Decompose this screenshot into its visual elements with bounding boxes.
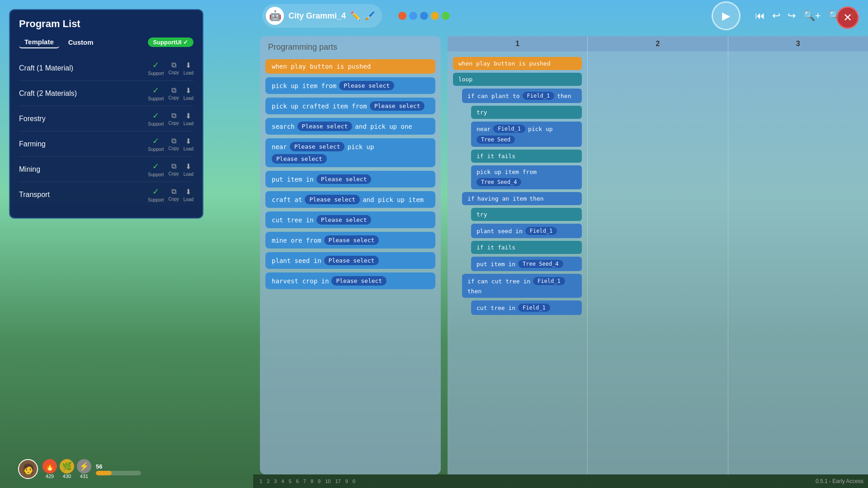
block-pick-crafted[interactable]: pick up crafted item from Please select: [265, 98, 435, 114]
cb-try-2: try: [471, 208, 582, 221]
code-panel-1-header[interactable]: 1: [448, 36, 587, 52]
program-list-panel: Program List Template Custom SupportUI ✓…: [9, 9, 203, 219]
copy-label-forestry: Copy: [168, 121, 179, 126]
close-button[interactable]: ✕: [836, 6, 859, 29]
load-label-mining: Load: [184, 172, 193, 177]
item-actions-forestry: ✓ Support ⧉ Copy ⬇ Load: [148, 111, 193, 127]
blocks-container: when play button is pushed pick up item …: [260, 56, 441, 472]
harvest-crop-select[interactable]: Please select: [331, 276, 387, 286]
load-icon-farming: ⬇: [185, 137, 191, 145]
block-put-item[interactable]: put item in Please select: [265, 171, 435, 188]
code-panel-2: 2: [588, 36, 728, 474]
block-search-text2: and pick up one: [355, 123, 412, 130]
craft-at-select[interactable]: Please select: [305, 195, 360, 204]
fire-icon: 🔥: [42, 459, 57, 474]
cb-put-item-treeseed4: put item in Tree Seed_4: [471, 257, 582, 271]
cb-when-play: when play button is pushed: [453, 57, 582, 70]
play-button[interactable]: ▶: [712, 1, 741, 30]
block-pick-up-item[interactable]: pick up item from Please select: [265, 77, 435, 94]
action-copy-craft1[interactable]: ⧉ Copy: [168, 61, 179, 75]
code-blocks-2: [588, 52, 727, 470]
mine-ore-select[interactable]: Please select: [324, 235, 379, 245]
block-craft-at[interactable]: craft at Please select and pick up item: [265, 191, 435, 208]
pick-crafted-select[interactable]: Please select: [370, 101, 425, 111]
search-select[interactable]: Please select: [297, 122, 353, 131]
action-copy-craft2[interactable]: ⧉ Copy: [168, 86, 179, 100]
item-actions-craft1: ✓ Support ⧉ Copy ⬇ Load: [148, 60, 193, 76]
program-name-craft1: Craft (1 Material): [19, 64, 148, 72]
check-icon-transport: ✓: [152, 187, 159, 197]
action-copy-farming[interactable]: ⧉ Copy: [168, 137, 179, 151]
brush-icon[interactable]: 🖌️: [365, 11, 375, 21]
block-harvest-crop[interactable]: harvest crop in Please select: [265, 272, 435, 289]
block-harvest-crop-text: harvest crop in: [272, 277, 329, 285]
program-item-transport: Transport ✓ Support ⧉ Copy ⬇ Load: [19, 182, 193, 207]
plant-seed-select[interactable]: Please select: [324, 256, 379, 265]
near-select1[interactable]: Please select: [290, 142, 345, 151]
support-label-forestry: Support: [148, 122, 164, 127]
skip-back-icon[interactable]: ⏮: [755, 10, 765, 22]
cut-tree-select[interactable]: Please select: [316, 215, 372, 225]
dot-green[interactable]: [442, 12, 450, 20]
action-load-forestry[interactable]: ⬇ Load: [184, 112, 193, 126]
block-search[interactable]: search Please select and pick up one: [265, 118, 435, 135]
action-load-mining[interactable]: ⬇ Load: [184, 162, 193, 177]
action-support-forestry[interactable]: ✓ Support: [148, 111, 164, 127]
action-load-craft2[interactable]: ⬇ Load: [184, 86, 193, 101]
action-support-transport[interactable]: ✓ Support: [148, 187, 164, 202]
cb-near-field1-pickup: near Field_1 pick up Tree Seed: [471, 122, 582, 147]
code-panel-3-header[interactable]: 3: [728, 36, 868, 52]
program-item-mining: Mining ✓ Support ⧉ Copy ⬇ Load: [19, 157, 193, 182]
block-cut-tree[interactable]: cut tree in Please select: [265, 211, 435, 228]
edit-icon[interactable]: ✏️: [350, 11, 360, 21]
action-load-craft1[interactable]: ⬇ Load: [184, 61, 193, 75]
programming-panel-title: Programming parts: [260, 36, 441, 56]
block-pick-crafted-text: pick up crafted item from: [272, 103, 367, 110]
action-support-craft2[interactable]: ✓ Support: [148, 85, 164, 101]
near-select2[interactable]: Please select: [272, 154, 327, 164]
support-label-farming: Support: [148, 147, 164, 152]
block-plant-seed[interactable]: plant seed in Please select: [265, 252, 435, 269]
check-icon-craft1: ✓: [152, 60, 159, 70]
action-copy-mining[interactable]: ⧉ Copy: [168, 162, 179, 176]
dot-blue2[interactable]: [420, 12, 428, 20]
block-craft-at-text2: and pick up item: [363, 196, 424, 203]
city-icon: 🤖: [266, 7, 284, 25]
block-put-item-text: put item in: [272, 176, 314, 183]
load-icon-craft2: ⬇: [185, 86, 191, 95]
cb-cut-tree-field1: cut tree in Field_1: [471, 300, 582, 315]
tabs-row: Template Custom SupportUI ✓: [19, 36, 193, 48]
cb-if-it-fails-1: if it fails: [471, 150, 582, 163]
action-support-craft1[interactable]: ✓ Support: [148, 60, 164, 76]
copy-label-mining: Copy: [168, 171, 179, 176]
undo-icon[interactable]: ↩: [772, 10, 780, 22]
copy-icon-craft1: ⧉: [171, 61, 176, 69]
load-label-craft1: Load: [184, 70, 193, 75]
block-near[interactable]: near Please select pick up Please select: [265, 138, 435, 167]
copy-label-craft2: Copy: [168, 95, 179, 100]
pick-up-item-select[interactable]: Please select: [339, 81, 394, 90]
zoom-in-icon[interactable]: 🔍+: [803, 10, 821, 22]
block-mine-ore[interactable]: mine ore from Please select: [265, 232, 435, 249]
program-item-farming: Farming ✓ Support ⧉ Copy ⬇ Load: [19, 131, 193, 157]
put-item-select[interactable]: Please select: [316, 174, 372, 184]
copy-icon-transport: ⧉: [171, 188, 176, 196]
code-panel-1: 1 when play button is pushed loop if can…: [448, 36, 588, 474]
code-panel-2-header[interactable]: 2: [588, 36, 727, 52]
tab-custom[interactable]: Custom: [63, 37, 99, 48]
action-support-farming[interactable]: ✓ Support: [148, 136, 164, 152]
action-copy-transport[interactable]: ⧉ Copy: [168, 188, 179, 202]
block-when-play[interactable]: when play button is pushed: [265, 59, 435, 74]
action-support-mining[interactable]: ✓ Support: [148, 161, 164, 177]
tab-template[interactable]: Template: [19, 36, 59, 48]
action-load-farming[interactable]: ⬇ Load: [184, 137, 193, 151]
dot-blue1[interactable]: [409, 12, 417, 20]
dot-yellow[interactable]: [431, 12, 439, 20]
action-copy-forestry[interactable]: ⧉ Copy: [168, 112, 179, 126]
action-load-transport[interactable]: ⬇ Load: [184, 188, 193, 202]
load-label-craft2: Load: [184, 96, 193, 101]
redo-icon[interactable]: ↪: [788, 10, 796, 22]
dot-red[interactable]: [398, 12, 406, 20]
resource-icons: 🔥 429 🌿 430 ⚡ 431: [42, 459, 91, 479]
support-ui-badge[interactable]: SupportUI ✓: [148, 38, 193, 47]
